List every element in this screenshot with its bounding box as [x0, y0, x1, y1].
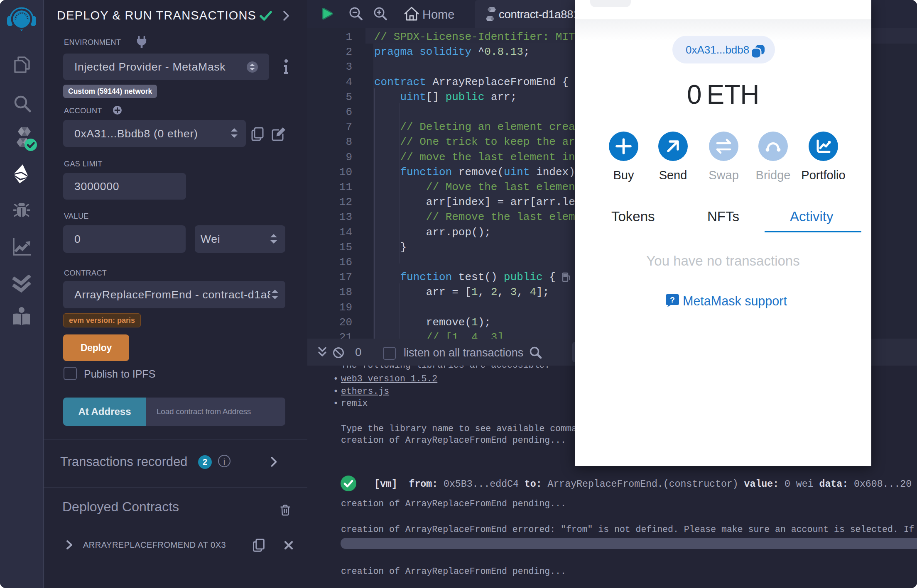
svg-text:?: ?: [670, 295, 675, 304]
